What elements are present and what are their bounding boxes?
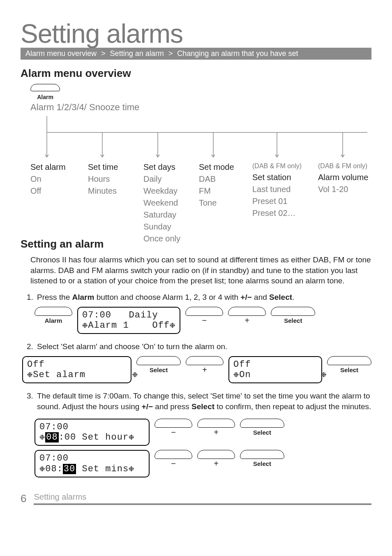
breadcrumb-item: Alarm menu overview bbox=[25, 49, 97, 58]
page-number: 6 bbox=[21, 492, 26, 505]
overview-heading: Alarm menu overview bbox=[21, 67, 371, 80]
select-button: Select bbox=[136, 356, 181, 374]
overview-subtitle: Alarm 1/2/3/4/ Snooze time bbox=[30, 102, 371, 113]
tree-col-set-days: Set days Daily Weekday Weekend Saturday … bbox=[143, 161, 180, 245]
plus-button: + bbox=[197, 419, 235, 436]
page-title: Setting alarms bbox=[21, 21, 371, 47]
plus-button: + bbox=[197, 450, 235, 467]
setting-heading: Setting an alarm bbox=[21, 238, 371, 250]
minus-button: − bbox=[154, 450, 192, 467]
minus-button: − bbox=[154, 419, 192, 436]
menu-tree: Set alarm On Off Set time Hours Minutes … bbox=[30, 116, 371, 227]
tree-lines bbox=[30, 116, 384, 161]
tree-col-set-station: (DAB & FM only) Set station Last tuned P… bbox=[252, 161, 302, 219]
plus-button: + bbox=[186, 356, 224, 373]
select-button: Select bbox=[240, 450, 284, 468]
select-button: Select bbox=[327, 356, 371, 374]
breadcrumb: Alarm menu overview > Setting an alarm >… bbox=[21, 48, 371, 60]
page-footer: 6 Setting alarms bbox=[21, 492, 371, 505]
tree-col-set-mode: Set mode DAB FM Tone bbox=[199, 161, 234, 209]
tree-col-set-alarm: Set alarm On Off bbox=[30, 161, 66, 197]
step-3: The default time is 7:00am. To change th… bbox=[35, 391, 371, 477]
plus-button: + bbox=[228, 307, 266, 324]
lcd-display: 07:00 ❉08:00 Set hour❉ bbox=[35, 419, 150, 446]
lcd-display: Off ❉On ❉ bbox=[228, 356, 322, 384]
minus-button: − bbox=[185, 307, 223, 324]
step-2: Select 'Set alarm' and choose 'On' to tu… bbox=[35, 341, 371, 383]
lcd-display: 07:00 ❉08:30 Set mins❉ bbox=[35, 450, 150, 477]
alarm-button-diagram: Alarm bbox=[30, 84, 371, 100]
step-1: Press the Alarm button and choose Alarm … bbox=[35, 292, 371, 334]
tree-col-set-time: Set time Hours Minutes bbox=[88, 161, 118, 197]
lcd-display: Off ❉Set alarm ❉ bbox=[22, 356, 131, 384]
breadcrumb-sep: > bbox=[166, 49, 175, 58]
breadcrumb-item: Changing an alarm that you have set bbox=[177, 49, 298, 58]
alarm-button: Alarm bbox=[35, 307, 72, 325]
tree-col-alarm-volume: (DAB & FM only) Alarm volume Vol 1-20 bbox=[318, 161, 368, 195]
breadcrumb-item: Setting an alarm bbox=[110, 49, 164, 58]
setting-intro: Chronos II has four alarms which you can… bbox=[30, 255, 371, 286]
breadcrumb-sep: > bbox=[99, 49, 108, 58]
alarm-button-label: Alarm bbox=[30, 94, 60, 100]
footer-title: Setting alarms bbox=[34, 492, 371, 505]
select-button: Select bbox=[240, 419, 284, 437]
lcd-display: 07:00 Daily ❉Alarm 1 Off❉ bbox=[77, 307, 180, 334]
select-button: Select bbox=[271, 307, 315, 325]
